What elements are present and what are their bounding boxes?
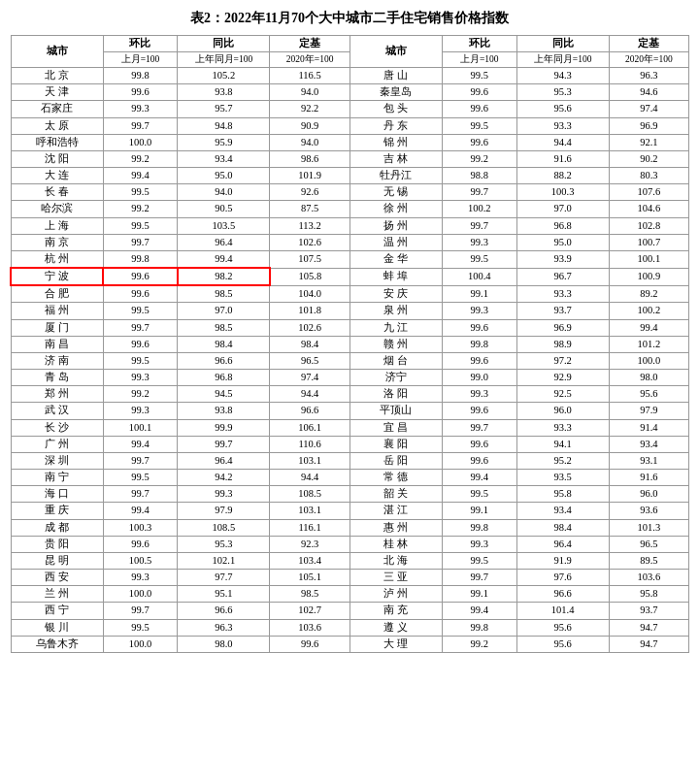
left-city: 深 圳 [11,452,103,469]
right-dingji: 100.7 [609,234,688,250]
left-huanbi: 99.4 [103,436,178,452]
right-city: 桂 林 [350,536,442,552]
left-tongbi: 95.7 [178,101,270,117]
left-dingji: 103.6 [270,619,350,636]
left-dingji: 103.1 [270,452,350,469]
left-tongbi: 105.2 [178,67,270,83]
left-city: 兰 州 [11,586,103,603]
right-city: 襄 阳 [350,436,442,452]
right-huanbi: 100.2 [442,201,516,217]
left-city: 宁 波 [11,268,103,285]
table-row: 西 安99.397.7105.1三 亚99.797.6103.6 [11,570,689,586]
right-dingji: 96.9 [609,117,688,134]
right-huanbi: 99.6 [442,134,516,150]
right-city: 惠 州 [350,519,442,536]
right-dingji: 91.4 [609,419,688,436]
left-city: 郑 州 [11,386,103,403]
left-huanbi: 99.5 [103,217,178,234]
left-huanbi: 100.0 [103,586,178,603]
table-row: 南 宁99.594.294.4常 德99.493.591.6 [11,470,689,486]
right-dingji: 101.2 [609,336,688,352]
right-tongbi: 93.4 [516,503,609,519]
table-row: 济 南99.596.696.5烟 台99.697.2100.0 [11,352,689,369]
table-row: 重 庆99.497.9103.1湛 江99.193.493.6 [11,503,689,519]
left-dingji: 99.6 [270,636,350,652]
right-city: 唐 山 [350,67,442,83]
right-tongbi: 97.6 [516,570,609,586]
left-dingji: 116.1 [270,519,350,536]
left-city: 北 京 [11,67,103,83]
right-dingji: 93.6 [609,503,688,519]
left-tongbi: 94.2 [178,470,270,486]
tongbi-sub-right: 上年同月=100 [516,52,609,68]
left-tongbi: 98.5 [178,319,270,336]
right-huanbi: 99.6 [442,84,516,101]
left-dingji: 94.0 [270,134,350,150]
left-huanbi: 99.5 [103,303,178,319]
left-city: 上 海 [11,217,103,234]
left-huanbi: 99.7 [103,486,178,503]
table-row: 厦 门99.798.5102.6九 江99.696.999.4 [11,319,689,336]
left-tongbi: 93.8 [178,84,270,101]
right-tongbi: 101.4 [516,603,609,619]
left-dingji: 92.6 [270,184,350,201]
right-city: 扬 州 [350,217,442,234]
right-tongbi: 95.6 [516,636,609,652]
right-huanbi: 99.3 [442,234,516,250]
right-tongbi: 96.7 [516,268,609,285]
left-dingji: 90.9 [270,117,350,134]
right-huanbi: 99.8 [442,336,516,352]
left-city: 沈 阳 [11,150,103,167]
left-dingji: 96.6 [270,403,350,419]
right-tongbi: 100.3 [516,184,609,201]
right-city: 秦皇岛 [350,84,442,101]
right-city: 徐 州 [350,201,442,217]
right-dingji: 100.1 [609,250,688,268]
left-huanbi: 99.8 [103,250,178,268]
left-tongbi: 90.5 [178,201,270,217]
right-huanbi: 100.4 [442,268,516,285]
right-huanbi: 99.3 [442,303,516,319]
right-dingji: 97.9 [609,403,688,419]
table-row: 长 沙100.199.9106.1宜 昌99.793.391.4 [11,419,689,436]
table-row: 石家庄99.395.792.2包 头99.695.697.4 [11,101,689,117]
left-dingji: 105.1 [270,570,350,586]
left-city: 西 宁 [11,603,103,619]
right-city: 南 充 [350,603,442,619]
right-dingji: 80.3 [609,168,688,184]
right-city: 金 华 [350,250,442,268]
table-row: 贵 阳99.695.392.3桂 林99.396.496.5 [11,536,689,552]
left-huanbi: 99.7 [103,234,178,250]
right-huanbi: 99.5 [442,486,516,503]
right-city: 温 州 [350,234,442,250]
left-dingji: 87.5 [270,201,350,217]
left-tongbi: 96.6 [178,352,270,369]
left-tongbi: 98.4 [178,336,270,352]
left-city: 厦 门 [11,319,103,336]
right-tongbi: 95.6 [516,619,609,636]
left-tongbi: 99.7 [178,436,270,452]
right-city: 蚌 埠 [350,268,442,285]
left-dingji: 105.8 [270,268,350,285]
right-tongbi: 93.3 [516,419,609,436]
right-dingji: 96.3 [609,67,688,83]
left-huanbi: 99.5 [103,470,178,486]
right-city: 烟 台 [350,352,442,369]
left-huanbi: 100.5 [103,552,178,569]
dingji-header-left: 定基 [270,36,350,52]
left-huanbi: 99.4 [103,503,178,519]
left-city: 济 南 [11,352,103,369]
left-dingji: 92.2 [270,101,350,117]
right-dingji: 96.5 [609,536,688,552]
left-tongbi: 99.3 [178,486,270,503]
right-huanbi: 99.7 [442,184,516,201]
right-tongbi: 93.7 [516,303,609,319]
right-city: 九 江 [350,319,442,336]
table-row: 成 都100.3108.5116.1惠 州99.898.4101.3 [11,519,689,536]
left-tongbi: 96.8 [178,370,270,386]
left-city: 长 春 [11,184,103,201]
left-dingji: 94.0 [270,84,350,101]
left-city: 南 宁 [11,470,103,486]
right-tongbi: 95.8 [516,486,609,503]
left-dingji: 98.5 [270,586,350,603]
